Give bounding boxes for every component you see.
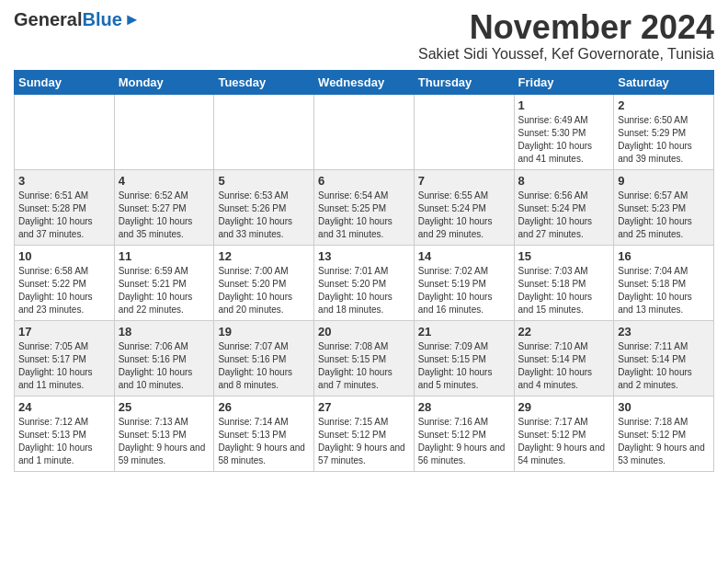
- calendar-table: SundayMondayTuesdayWednesdayThursdayFrid…: [14, 70, 714, 472]
- day-number: 30: [618, 400, 710, 414]
- calendar-cell: 2Sunrise: 6:50 AM Sunset: 5:29 PM Daylig…: [614, 94, 714, 169]
- header-day-saturday: Saturday: [614, 70, 714, 94]
- calendar-cell: 23Sunrise: 7:11 AM Sunset: 5:14 PM Dayli…: [614, 320, 714, 396]
- logo-blue-text: Blue: [82, 9, 121, 30]
- header-day-sunday: Sunday: [15, 70, 115, 94]
- calendar-cell: 8Sunrise: 6:56 AM Sunset: 5:24 PM Daylig…: [514, 169, 614, 245]
- day-number: 10: [18, 249, 110, 263]
- day-info: Sunrise: 6:51 AM Sunset: 5:28 PM Dayligh…: [18, 190, 110, 241]
- calendar-cell: 21Sunrise: 7:09 AM Sunset: 5:15 PM Dayli…: [414, 320, 514, 396]
- day-info: Sunrise: 7:16 AM Sunset: 5:12 PM Dayligh…: [418, 416, 510, 467]
- day-info: Sunrise: 7:09 AM Sunset: 5:15 PM Dayligh…: [418, 340, 510, 392]
- calendar-cell: [314, 94, 415, 169]
- day-number: 1: [518, 98, 610, 112]
- day-number: 2: [618, 98, 710, 112]
- day-number: 11: [119, 249, 210, 263]
- calendar-cell: 19Sunrise: 7:07 AM Sunset: 5:16 PM Dayli…: [214, 320, 314, 396]
- calendar-cell: 3Sunrise: 6:51 AM Sunset: 5:28 PM Daylig…: [15, 169, 115, 245]
- calendar-cell: 28Sunrise: 7:16 AM Sunset: 5:12 PM Dayli…: [414, 396, 514, 471]
- calendar-cell: 4Sunrise: 6:52 AM Sunset: 5:27 PM Daylig…: [114, 169, 214, 245]
- day-info: Sunrise: 7:18 AM Sunset: 5:12 PM Dayligh…: [618, 416, 710, 467]
- calendar-cell: 16Sunrise: 7:04 AM Sunset: 5:18 PM Dayli…: [614, 245, 714, 320]
- day-number: 5: [218, 174, 310, 188]
- logo-general-text: General: [14, 9, 82, 30]
- day-info: Sunrise: 7:10 AM Sunset: 5:14 PM Dayligh…: [518, 340, 610, 392]
- day-number: 13: [318, 249, 410, 263]
- day-info: Sunrise: 6:58 AM Sunset: 5:22 PM Dayligh…: [18, 265, 110, 316]
- day-number: 19: [218, 325, 310, 339]
- day-info: Sunrise: 7:01 AM Sunset: 5:20 PM Dayligh…: [318, 265, 410, 316]
- logo-icon: ►: [124, 10, 141, 29]
- calendar-cell: 27Sunrise: 7:15 AM Sunset: 5:12 PM Dayli…: [314, 396, 415, 471]
- calendar-cell: 5Sunrise: 6:53 AM Sunset: 5:26 PM Daylig…: [214, 169, 314, 245]
- day-info: Sunrise: 6:53 AM Sunset: 5:26 PM Dayligh…: [218, 190, 310, 241]
- day-number: 14: [418, 249, 510, 263]
- day-info: Sunrise: 7:13 AM Sunset: 5:13 PM Dayligh…: [119, 416, 210, 467]
- week-row-4: 17Sunrise: 7:05 AM Sunset: 5:17 PM Dayli…: [15, 320, 714, 396]
- day-info: Sunrise: 6:54 AM Sunset: 5:25 PM Dayligh…: [318, 190, 410, 241]
- calendar-cell: 18Sunrise: 7:06 AM Sunset: 5:16 PM Dayli…: [114, 320, 214, 396]
- calendar-cell: 12Sunrise: 7:00 AM Sunset: 5:20 PM Dayli…: [214, 245, 314, 320]
- day-info: Sunrise: 7:05 AM Sunset: 5:17 PM Dayligh…: [18, 340, 110, 392]
- day-info: Sunrise: 6:57 AM Sunset: 5:23 PM Dayligh…: [618, 190, 710, 241]
- calendar-cell: 14Sunrise: 7:02 AM Sunset: 5:19 PM Dayli…: [414, 245, 514, 320]
- week-row-3: 10Sunrise: 6:58 AM Sunset: 5:22 PM Dayli…: [15, 245, 714, 320]
- day-number: 24: [18, 400, 110, 414]
- day-info: Sunrise: 7:02 AM Sunset: 5:19 PM Dayligh…: [418, 265, 510, 316]
- day-number: 9: [618, 174, 710, 188]
- calendar-cell: 25Sunrise: 7:13 AM Sunset: 5:13 PM Dayli…: [114, 396, 214, 471]
- day-info: Sunrise: 6:59 AM Sunset: 5:21 PM Dayligh…: [119, 265, 210, 316]
- day-number: 22: [518, 325, 610, 339]
- day-number: 15: [518, 249, 610, 263]
- calendar-cell: 1Sunrise: 6:49 AM Sunset: 5:30 PM Daylig…: [514, 94, 614, 169]
- page-container: General Blue ► November 2024 Sakiet Sidi…: [0, 0, 728, 481]
- calendar-cell: [414, 94, 514, 169]
- day-number: 18: [119, 325, 210, 339]
- month-title: November 2024: [418, 9, 714, 46]
- day-number: 7: [418, 174, 510, 188]
- day-number: 8: [518, 174, 610, 188]
- calendar-cell: 15Sunrise: 7:03 AM Sunset: 5:18 PM Dayli…: [514, 245, 614, 320]
- day-info: Sunrise: 6:55 AM Sunset: 5:24 PM Dayligh…: [418, 190, 510, 241]
- title-block: November 2024 Sakiet Sidi Youssef, Kef G…: [418, 9, 714, 63]
- calendar-cell: [114, 94, 214, 169]
- calendar-cell: 30Sunrise: 7:18 AM Sunset: 5:12 PM Dayli…: [614, 396, 714, 471]
- header-day-wednesday: Wednesday: [314, 70, 415, 94]
- day-number: 4: [119, 174, 210, 188]
- calendar-cell: 13Sunrise: 7:01 AM Sunset: 5:20 PM Dayli…: [314, 245, 415, 320]
- calendar-cell: [214, 94, 314, 169]
- calendar-cell: 24Sunrise: 7:12 AM Sunset: 5:13 PM Dayli…: [15, 396, 115, 471]
- calendar-cell: 10Sunrise: 6:58 AM Sunset: 5:22 PM Dayli…: [15, 245, 115, 320]
- day-info: Sunrise: 7:00 AM Sunset: 5:20 PM Dayligh…: [218, 265, 310, 316]
- day-info: Sunrise: 7:03 AM Sunset: 5:18 PM Dayligh…: [518, 265, 610, 316]
- day-number: 27: [318, 400, 410, 414]
- day-info: Sunrise: 7:04 AM Sunset: 5:18 PM Dayligh…: [618, 265, 710, 316]
- calendar-cell: 22Sunrise: 7:10 AM Sunset: 5:14 PM Dayli…: [514, 320, 614, 396]
- day-info: Sunrise: 7:17 AM Sunset: 5:12 PM Dayligh…: [518, 416, 610, 467]
- day-number: 25: [119, 400, 210, 414]
- calendar-cell: 6Sunrise: 6:54 AM Sunset: 5:25 PM Daylig…: [314, 169, 415, 245]
- day-number: 23: [618, 325, 710, 339]
- calendar-body: 1Sunrise: 6:49 AM Sunset: 5:30 PM Daylig…: [15, 94, 714, 471]
- week-row-2: 3Sunrise: 6:51 AM Sunset: 5:28 PM Daylig…: [15, 169, 714, 245]
- header-row: SundayMondayTuesdayWednesdayThursdayFrid…: [15, 70, 714, 94]
- day-number: 17: [18, 325, 110, 339]
- calendar-cell: 7Sunrise: 6:55 AM Sunset: 5:24 PM Daylig…: [414, 169, 514, 245]
- day-number: 16: [618, 249, 710, 263]
- day-info: Sunrise: 7:12 AM Sunset: 5:13 PM Dayligh…: [18, 416, 110, 467]
- day-number: 20: [318, 325, 410, 339]
- header-day-tuesday: Tuesday: [214, 70, 314, 94]
- calendar-cell: 11Sunrise: 6:59 AM Sunset: 5:21 PM Dayli…: [114, 245, 214, 320]
- day-info: Sunrise: 7:07 AM Sunset: 5:16 PM Dayligh…: [218, 340, 310, 392]
- day-info: Sunrise: 7:15 AM Sunset: 5:12 PM Dayligh…: [318, 416, 410, 467]
- day-info: Sunrise: 7:11 AM Sunset: 5:14 PM Dayligh…: [618, 340, 710, 392]
- day-info: Sunrise: 7:06 AM Sunset: 5:16 PM Dayligh…: [119, 340, 210, 392]
- location: Sakiet Sidi Youssef, Kef Governorate, Tu…: [418, 46, 714, 63]
- calendar-cell: 9Sunrise: 6:57 AM Sunset: 5:23 PM Daylig…: [614, 169, 714, 245]
- logo: General Blue ►: [14, 9, 141, 30]
- day-number: 3: [18, 174, 110, 188]
- calendar-cell: 17Sunrise: 7:05 AM Sunset: 5:17 PM Dayli…: [15, 320, 115, 396]
- day-info: Sunrise: 6:52 AM Sunset: 5:27 PM Dayligh…: [119, 190, 210, 241]
- day-info: Sunrise: 7:14 AM Sunset: 5:13 PM Dayligh…: [218, 416, 310, 467]
- header-day-monday: Monday: [114, 70, 214, 94]
